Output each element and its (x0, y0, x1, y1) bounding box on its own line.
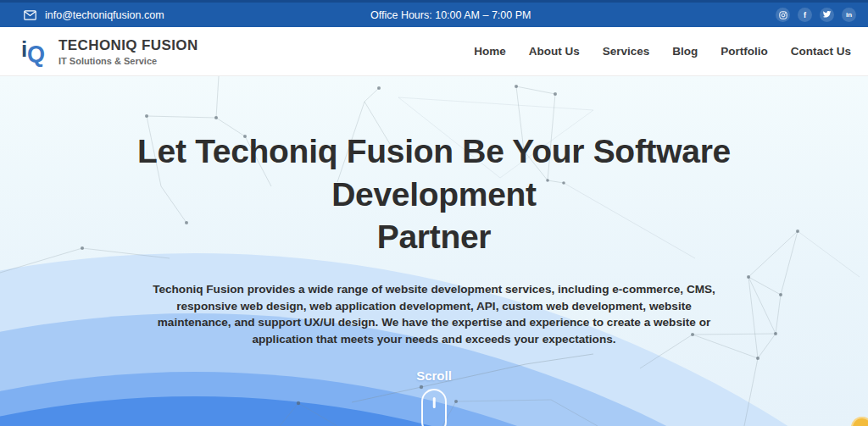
scroll-indicator[interactable]: Scroll (0, 368, 868, 426)
social-links: f in (776, 8, 856, 22)
twitter-icon[interactable] (820, 8, 834, 22)
hero-section: Let Techoniq Fusion Be Your Software Dev… (0, 76, 868, 426)
hero-description: Techoniq Fusion provides a wide range of… (147, 281, 721, 348)
office-hours-text: Office Hours: 10:00 AM – 7:00 PM (370, 9, 531, 21)
brand-logo[interactable]: i Q TECHONIQ FUSION IT Solutions & Servi… (15, 35, 198, 69)
nav-link-services[interactable]: Services (603, 45, 650, 58)
logo-iq-icon: i Q (15, 35, 51, 69)
hero-heading-line1: Let Techoniq Fusion Be Your Software Dev… (137, 133, 731, 213)
instagram-icon[interactable] (776, 8, 790, 22)
brand-title: TECHONIQ FUSION (58, 37, 198, 54)
nav-link-contact[interactable]: Contact Us (791, 45, 851, 58)
email-link[interactable]: info@techoniqfusion.com (24, 9, 164, 21)
hero-heading-line2: Partner (377, 219, 491, 255)
email-text: info@techoniqfusion.com (45, 9, 164, 21)
hero-heading: Let Techoniq Fusion Be Your Software Dev… (36, 130, 832, 259)
top-info-bar: info@techoniqfusion.com Office Hours: 10… (0, 0, 868, 27)
facebook-icon[interactable]: f (798, 8, 812, 22)
envelope-icon (24, 10, 36, 20)
linkedin-icon[interactable]: in (842, 8, 856, 22)
nav-link-blog[interactable]: Blog (672, 45, 698, 58)
main-navbar: i Q TECHONIQ FUSION IT Solutions & Servi… (0, 27, 868, 76)
nav-link-about[interactable]: About Us (529, 45, 580, 58)
scroll-label: Scroll (416, 368, 452, 383)
nav-link-home[interactable]: Home (474, 45, 506, 58)
nav-link-portfolio[interactable]: Portfolio (721, 45, 768, 58)
hero-content: Let Techoniq Fusion Be Your Software Dev… (0, 130, 868, 426)
page: info@techoniqfusion.com Office Hours: 10… (0, 0, 868, 426)
brand-text: TECHONIQ FUSION IT Solutions & Service (58, 37, 198, 66)
nav-menu: Home About Us Services Blog Portfolio Co… (474, 45, 851, 58)
brand-subtitle: IT Solutions & Service (58, 56, 198, 66)
mouse-scroll-icon (421, 389, 447, 426)
logo-letter-q: Q (27, 41, 45, 68)
